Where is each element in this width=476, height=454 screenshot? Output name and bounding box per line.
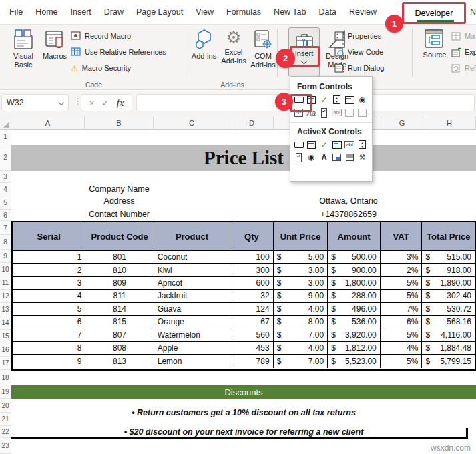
info-value-1[interactable]: Ottawa, Ontario <box>274 196 423 210</box>
table-cell[interactable]: $8.00 <box>274 316 328 328</box>
column-header-C[interactable]: C <box>154 116 230 130</box>
tab-home[interactable]: Home <box>35 7 57 17</box>
insert-function-button[interactable]: fx <box>117 97 124 109</box>
table-cell[interactable]: 809 <box>85 277 154 289</box>
list-disabled-icon[interactable] <box>343 107 356 118</box>
text-box-icon[interactable]: abl <box>343 139 356 150</box>
row-header-7[interactable]: 7 <box>0 221 11 235</box>
table-cell[interactable]: $5,799.15 <box>422 355 475 367</box>
table-cell[interactable]: 67 <box>230 316 274 328</box>
row-header-23[interactable]: 23 <box>0 438 11 454</box>
column-header-H[interactable]: H <box>423 116 476 130</box>
table-cell[interactable]: $1,812.00 <box>328 342 381 354</box>
discount-bullet-1[interactable]: • Return customers get a 10% discount on… <box>11 399 476 426</box>
row-header-21[interactable]: 21 <box>0 413 11 426</box>
column-header-cell[interactable]: Total Price <box>422 222 475 250</box>
run-dialog-button[interactable]: Run Dialog <box>334 62 384 74</box>
table-cell[interactable]: Apple <box>154 342 230 354</box>
record-macro-button[interactable]: Record Macro <box>71 30 131 42</box>
info-label-1[interactable]: Address <box>85 196 154 210</box>
table-cell[interactable]: $4,116.00 <box>422 328 475 340</box>
tab-partial-right[interactable]: Ne <box>470 0 476 24</box>
discounts-banner[interactable]: Discounts <box>11 385 476 399</box>
column-header-D[interactable]: D <box>230 116 274 130</box>
tab-page-layout[interactable]: Page Layout <box>136 7 183 17</box>
row-header-1[interactable]: 1 <box>0 130 11 144</box>
row-header-5[interactable]: 5 <box>0 196 11 210</box>
table-cell[interactable]: 7% <box>381 303 423 315</box>
table-cell[interactable]: 4 <box>13 290 85 302</box>
table-cell[interactable]: 5% <box>381 328 423 340</box>
table-cell[interactable]: $3.00 <box>274 277 328 289</box>
table-cell[interactable]: $568.16 <box>422 316 475 328</box>
table-cell[interactable]: $5.00 <box>274 251 328 263</box>
name-box[interactable]: W32 <box>1 94 69 111</box>
properties-button[interactable]: Properties <box>334 30 381 42</box>
label-a-icon[interactable]: A <box>318 152 330 163</box>
table-cell[interactable]: $1,884.48 <box>422 342 475 354</box>
com-add-ins-button[interactable]: COM Add-ins <box>248 27 278 78</box>
column-header-cell[interactable]: Serial <box>13 222 85 250</box>
list-box-icon[interactable] <box>305 139 318 150</box>
row-header-14[interactable]: 14 <box>0 316 11 330</box>
table-cell[interactable]: $9.00 <box>274 290 328 302</box>
table-cell[interactable]: 5% <box>381 290 423 302</box>
row-header-12[interactable]: 12 <box>0 290 11 303</box>
table-cell[interactable]: Watermelon <box>154 328 230 340</box>
group-box-icon[interactable]: Aa <box>305 107 318 118</box>
table-cell[interactable]: 814 <box>85 303 154 315</box>
column-header-cell[interactable]: Qty <box>230 222 274 250</box>
table-cell[interactable]: 8 <box>13 342 85 354</box>
option-button-icon[interactable]: ◉ <box>356 94 369 105</box>
row-header-9[interactable]: 9 <box>0 250 11 263</box>
row-header-16[interactable]: 16 <box>0 343 11 357</box>
source-button[interactable]: Source <box>419 27 450 78</box>
row-header-2[interactable]: 2 <box>0 144 11 171</box>
table-cell[interactable]: 560 <box>230 328 274 340</box>
table-cell[interactable]: 5% <box>381 277 423 289</box>
row-header-18[interactable]: 18 <box>0 370 11 385</box>
table-cell[interactable]: $7.00 <box>274 328 328 340</box>
table-cell[interactable]: $530.72 <box>422 303 475 315</box>
table-cell[interactable]: 3% <box>381 251 423 263</box>
table-cell[interactable]: 1 <box>13 251 85 263</box>
info-label-0[interactable]: Company Name <box>85 184 154 196</box>
table-cell[interactable]: 815 <box>85 316 154 328</box>
scroll-bar-icon[interactable]: ▴▾ <box>318 107 330 118</box>
table-cell[interactable]: 100 <box>230 251 274 263</box>
table-cell[interactable]: 453 <box>230 342 274 354</box>
toggle-button-icon[interactable] <box>343 152 356 163</box>
table-cell[interactable]: 807 <box>85 328 154 340</box>
price-list-title-cell[interactable]: Price List <box>11 145 476 171</box>
add-ins-button[interactable]: Add-ins <box>189 27 219 78</box>
combo-box-icon[interactable] <box>330 139 343 150</box>
text-field-disabled-icon[interactable]: abl <box>330 107 343 118</box>
combo-box-icon[interactable] <box>343 94 356 105</box>
table-cell[interactable]: 6% <box>381 316 423 328</box>
table-cell[interactable]: $515.00 <box>422 251 475 263</box>
cancel-icon[interactable]: × <box>89 98 95 108</box>
select-all-corner[interactable] <box>0 116 11 130</box>
row-header-15[interactable]: 15 <box>0 330 11 343</box>
row-header-8[interactable]: 8 <box>0 235 11 250</box>
list-box-icon[interactable] <box>305 94 318 105</box>
column-header-cell[interactable]: Amount <box>328 222 381 250</box>
view-code-button[interactable]: View Code <box>334 46 383 58</box>
table-cell[interactable]: 3 <box>13 277 85 289</box>
use-relative-references-button[interactable]: Use Relative References <box>71 46 166 58</box>
table-cell[interactable]: 600 <box>230 277 274 289</box>
table-cell[interactable]: $3.00 <box>274 264 328 276</box>
command-button-icon[interactable] <box>292 139 305 150</box>
enter-icon[interactable]: ✓ <box>102 98 109 108</box>
column-header-cell[interactable]: Product Code <box>85 222 154 250</box>
column-header-B[interactable]: B <box>85 116 154 130</box>
table-cell[interactable]: 6 <box>13 316 85 328</box>
table-cell[interactable]: $3,920.00 <box>328 328 381 340</box>
tab-insert[interactable]: Insert <box>71 7 91 17</box>
table-cell[interactable]: 7 <box>13 328 85 340</box>
table-cell[interactable]: $900.00 <box>328 264 381 276</box>
table-cell[interactable]: 2% <box>381 264 423 276</box>
table-cell[interactable]: 32 <box>230 290 274 302</box>
row-header-13[interactable]: 13 <box>0 303 11 316</box>
row-header-3[interactable]: 3 <box>0 171 11 183</box>
